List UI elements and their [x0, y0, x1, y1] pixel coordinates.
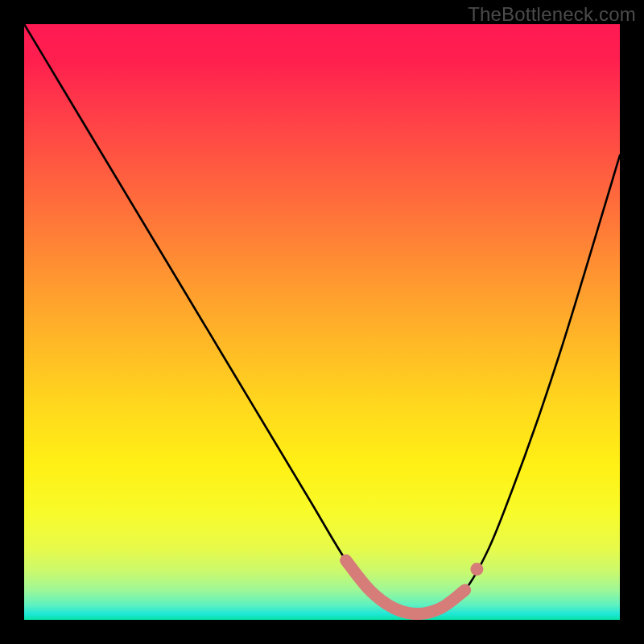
watermark-text: TheBottleneck.com	[468, 3, 636, 26]
plot-area	[24, 24, 620, 620]
chart-svg	[24, 24, 620, 620]
sweet-spot-band	[346, 560, 465, 614]
sweet-spot-end-dot	[470, 563, 483, 576]
bottleneck-curve	[24, 24, 620, 614]
chart-frame: TheBottleneck.com	[0, 0, 644, 644]
